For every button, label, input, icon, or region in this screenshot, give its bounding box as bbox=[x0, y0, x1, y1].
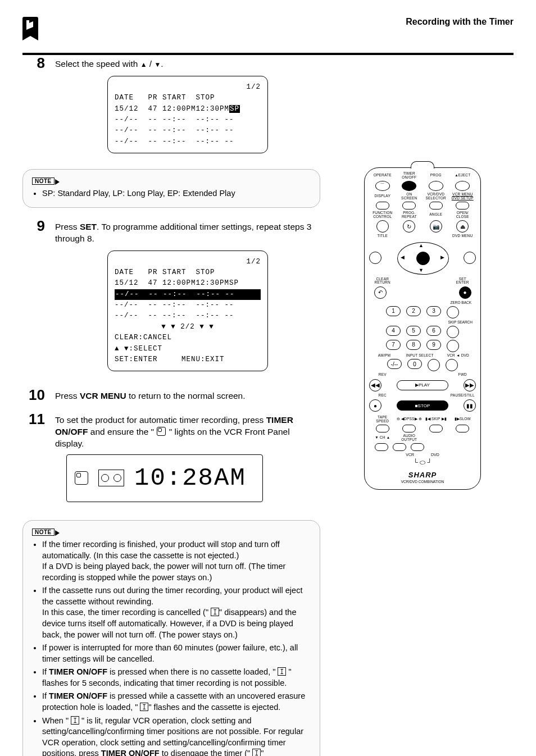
section-title: Recording with the Timer bbox=[38, 17, 514, 27]
step-11-text: To set the product for automatic timer r… bbox=[55, 411, 320, 512]
slow-button bbox=[456, 425, 469, 432]
num-4: 4 bbox=[386, 326, 401, 336]
note-item: If the timer recording is finished, your… bbox=[42, 539, 311, 583]
step-10-number: 10 bbox=[22, 387, 45, 403]
step-10-text: Press VCR MENU to return to the normal s… bbox=[55, 387, 320, 403]
fwd-button: ▶▶ bbox=[464, 379, 476, 391]
note-block-2: NOTE If the timer recording is finished,… bbox=[22, 520, 320, 756]
prog-button bbox=[429, 181, 443, 191]
timer-onoff-button bbox=[402, 181, 416, 191]
input-select-button bbox=[428, 359, 440, 371]
step-11-number: 11 bbox=[22, 411, 45, 512]
display-button bbox=[376, 202, 389, 210]
eject-button bbox=[455, 181, 470, 191]
num-2: 2 bbox=[406, 306, 421, 316]
set-enter-button: ● bbox=[459, 286, 471, 299]
selector-button bbox=[429, 202, 443, 210]
tape-speed-button bbox=[376, 425, 389, 432]
down-triangle-icon bbox=[154, 59, 161, 69]
lcd-time: 10:28AM bbox=[134, 462, 246, 495]
audio-output-button bbox=[411, 443, 424, 451]
lcd-timer-icon bbox=[75, 471, 88, 485]
angle-button: 📷 bbox=[430, 220, 442, 233]
step-8-text: Select the speed with / . 1/2DATE PR STA… bbox=[55, 55, 320, 161]
up-triangle-icon bbox=[140, 59, 147, 69]
vcr-dvd-button bbox=[446, 359, 458, 371]
note-tag: NOTE bbox=[32, 177, 54, 185]
step-9-number: 9 bbox=[22, 218, 45, 380]
ch-down-button bbox=[375, 443, 388, 451]
dpad: ▲▼◀▶ bbox=[397, 242, 448, 274]
note-item: If power is interrupted for more than 60… bbox=[42, 643, 311, 664]
ch-up-button bbox=[393, 443, 406, 451]
open-close-button: ⏏ bbox=[456, 220, 469, 233]
note-item: When " 🄸 " is lit, regular VCR operation… bbox=[42, 716, 311, 756]
play-button: ▶PLAY bbox=[397, 380, 448, 390]
section-bookmark-icon bbox=[22, 17, 38, 36]
step-9-text: Press SET. To programme additional timer… bbox=[55, 218, 320, 380]
num-0: 0 bbox=[407, 359, 422, 369]
num-9: 9 bbox=[426, 340, 441, 350]
num-3: 3 bbox=[426, 306, 441, 316]
skip-search-2-button bbox=[447, 340, 459, 352]
title-button bbox=[369, 252, 381, 264]
repeat-button: ↻ bbox=[403, 220, 415, 233]
rev-button: ◀◀ bbox=[369, 379, 381, 391]
slash-button: -/-- bbox=[387, 359, 402, 369]
menu-setup-button bbox=[456, 202, 469, 210]
osd-screen-2: 1/2DATE PR START STOP15/12 47 12:00PM12:… bbox=[107, 251, 268, 372]
note-item: SP: Standard Play, LP: Long Play, EP: Ex… bbox=[42, 188, 311, 199]
num-8: 8 bbox=[406, 340, 421, 350]
rec-button: ● bbox=[369, 399, 381, 412]
brand-subtitle: VCR/DVD COMBINATION bbox=[369, 480, 476, 484]
operate-button: ⋯ bbox=[375, 181, 390, 191]
num-6: 6 bbox=[426, 326, 441, 336]
num-7: 7 bbox=[386, 340, 401, 350]
num-5: 5 bbox=[406, 326, 421, 336]
lcd-cassette-icon bbox=[98, 470, 124, 486]
timer-icon bbox=[157, 427, 166, 436]
skip-button bbox=[429, 425, 443, 432]
dpss-button bbox=[402, 425, 416, 432]
note-item: If TIMER ON/OFF is pressed while a casse… bbox=[42, 691, 311, 713]
onscreen-button bbox=[402, 202, 416, 210]
dvd-menu-button bbox=[464, 252, 476, 264]
note-tag: NOTE bbox=[32, 529, 54, 536]
function-button bbox=[376, 220, 389, 233]
skip-search-button bbox=[447, 326, 459, 338]
remote-control-diagram: OPERATETIMER ON/OFFPROG▲EJECT ⋯ DISPLAYO… bbox=[364, 167, 481, 490]
step-8-number: 8 bbox=[22, 55, 45, 161]
osd-screen-1: 1/2DATE PR START STOP15/12 47 12:00PM12:… bbox=[107, 76, 268, 153]
note-block-1: NOTE SP: Standard Play, LP: Long Play, E… bbox=[22, 169, 320, 208]
zero-back-button bbox=[447, 306, 459, 318]
stop-button: ■STOP bbox=[397, 400, 448, 411]
note-item: If the cassette runs out during the time… bbox=[42, 585, 311, 640]
clear-button: ↶ bbox=[374, 286, 387, 299]
num-1: 1 bbox=[386, 306, 401, 316]
pause-button: ▮▮ bbox=[464, 399, 476, 412]
lcd-display: 10:28AM bbox=[66, 454, 263, 502]
brand-logo: SHARP bbox=[369, 471, 476, 479]
note-item: If TIMER ON/OFF is pressed when there is… bbox=[42, 667, 311, 689]
